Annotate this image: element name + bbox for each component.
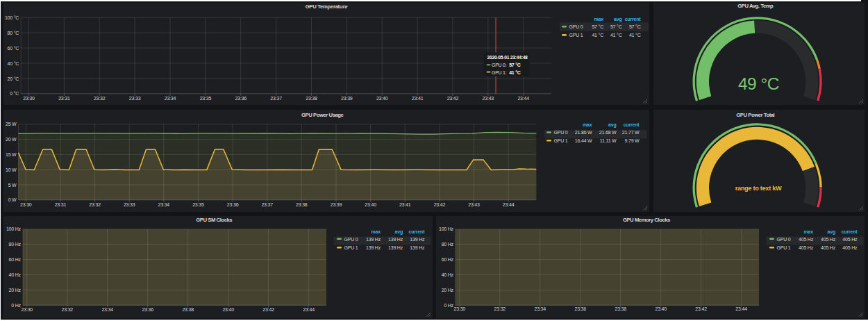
svg-text:23:34: 23:34 — [101, 307, 113, 312]
svg-text:15 W: 15 W — [6, 152, 17, 157]
svg-text:405 Hz: 405 Hz — [799, 245, 814, 250]
svg-text:139 Hz: 139 Hz — [410, 237, 425, 242]
svg-text:80 Hz: 80 Hz — [9, 242, 22, 247]
svg-text:80 °C: 80 °C — [8, 31, 19, 35]
svg-text:21.86 W: 21.86 W — [575, 130, 592, 135]
svg-text:100 Hz: 100 Hz — [439, 227, 454, 231]
svg-text:23:42: 23:42 — [262, 307, 274, 312]
svg-text:23:32: 23:32 — [62, 307, 74, 312]
svg-text:23:40: 23:40 — [656, 306, 667, 311]
svg-text:avg: avg — [608, 122, 616, 128]
svg-text:23:42: 23:42 — [696, 306, 708, 311]
svg-text:40 Hz: 40 Hz — [9, 272, 22, 277]
svg-text:23:30: 23:30 — [454, 306, 466, 311]
svg-text:23:35: 23:35 — [192, 201, 204, 206]
svg-text:GPU 1: GPU 1 — [777, 245, 791, 250]
svg-text:GPU Power Usage: GPU Power Usage — [301, 112, 344, 118]
svg-text:23:40: 23:40 — [222, 307, 234, 312]
svg-text:20 W: 20 W — [6, 137, 17, 142]
svg-text:23:38: 23:38 — [182, 307, 194, 312]
svg-text:avg: avg — [395, 229, 403, 235]
svg-text:GPU 0: GPU 0 — [554, 130, 568, 135]
svg-text:9.79 W: 9.79 W — [625, 138, 640, 143]
svg-text:23:34: 23:34 — [535, 306, 546, 311]
svg-text:23:34: 23:34 — [158, 201, 170, 206]
svg-text:405 Hz: 405 Hz — [843, 245, 858, 250]
svg-text:max: max — [583, 122, 592, 127]
svg-text:2020-05-01 23:44:48: 2020-05-01 23:44:48 — [487, 55, 528, 60]
svg-text:405 Hz: 405 Hz — [821, 245, 836, 250]
svg-text:23:36: 23:36 — [142, 307, 153, 312]
svg-text:23:33: 23:33 — [129, 96, 141, 101]
svg-text:139 Hz: 139 Hz — [410, 245, 425, 250]
svg-text:current: current — [624, 122, 640, 127]
svg-text:20 Hz: 20 Hz — [442, 288, 454, 293]
svg-text:57 °C: 57 °C — [610, 24, 622, 29]
svg-text:current: current — [842, 229, 858, 234]
svg-text:avg: avg — [828, 229, 835, 235]
svg-text:GPU Memory Clocks: GPU Memory Clocks — [623, 217, 670, 223]
svg-text:max: max — [594, 17, 604, 22]
svg-text:max: max — [804, 229, 814, 234]
svg-text:20 °C: 20 °C — [8, 76, 19, 81]
svg-text:20 Hz: 20 Hz — [9, 288, 22, 293]
svg-text:23:41: 23:41 — [412, 96, 424, 101]
svg-text:23:37: 23:37 — [261, 201, 273, 206]
svg-text:23:44: 23:44 — [303, 307, 315, 312]
svg-text:139 Hz: 139 Hz — [366, 245, 381, 250]
svg-text:23:30: 23:30 — [22, 307, 33, 312]
svg-text:23:38: 23:38 — [615, 306, 627, 311]
svg-text:40 Hz: 40 Hz — [442, 272, 454, 277]
svg-text:23:34: 23:34 — [165, 96, 176, 101]
svg-text:0 °C: 0 °C — [10, 91, 19, 96]
svg-text:21.77 W: 21.77 W — [622, 130, 640, 135]
svg-text:23:43: 23:43 — [468, 201, 480, 206]
svg-text:139 Hz: 139 Hz — [388, 237, 403, 242]
svg-text:GPU Temperature: GPU Temperature — [306, 3, 348, 10]
svg-text:GPU SM Clocks: GPU SM Clocks — [196, 217, 232, 223]
svg-text:23:30: 23:30 — [23, 96, 35, 101]
svg-text:GPU 0: GPU 0 — [344, 237, 358, 242]
svg-text:57 °C: 57 °C — [629, 24, 641, 29]
svg-text:80 Hz: 80 Hz — [442, 242, 454, 247]
svg-text:100 Hz: 100 Hz — [6, 227, 22, 231]
svg-text:23:32: 23:32 — [494, 306, 506, 311]
svg-text:GPU 1: GPU 1 — [554, 138, 568, 143]
svg-text:23:39: 23:39 — [341, 96, 353, 101]
svg-text:23:38: 23:38 — [306, 96, 317, 101]
svg-text:23:40: 23:40 — [376, 96, 388, 101]
svg-text:GPU Power Total: GPU Power Total — [736, 112, 774, 118]
svg-text:23:42: 23:42 — [447, 96, 459, 101]
svg-text:405 Hz: 405 Hz — [821, 237, 836, 242]
svg-text:57 °C: 57 °C — [509, 63, 521, 67]
svg-text:23:32: 23:32 — [89, 201, 101, 206]
svg-text:49 °C: 49 °C — [737, 74, 778, 93]
svg-text:0 Hz: 0 Hz — [444, 303, 454, 308]
svg-text:41 °C: 41 °C — [509, 70, 521, 75]
svg-text:25 W: 25 W — [6, 122, 17, 126]
svg-text:23:36: 23:36 — [227, 201, 239, 206]
svg-text:41 °C: 41 °C — [629, 33, 641, 38]
svg-text:23:31: 23:31 — [58, 96, 70, 101]
svg-text:23:44: 23:44 — [503, 201, 515, 206]
svg-text:60 Hz: 60 Hz — [9, 257, 22, 262]
svg-text:23:36: 23:36 — [235, 96, 247, 101]
svg-text:GPU 1: GPU 1 — [344, 245, 358, 250]
svg-text:range to text kW: range to text kW — [735, 185, 781, 192]
svg-text:0 Hz: 0 Hz — [11, 303, 21, 308]
svg-text:max: max — [372, 229, 381, 234]
svg-text:100 °C: 100 °C — [5, 15, 19, 20]
svg-text:GPU 0: GPU 0 — [777, 237, 791, 242]
svg-text:41 °C: 41 °C — [592, 33, 603, 38]
svg-text:41 °C: 41 °C — [610, 33, 622, 38]
svg-text:23:38: 23:38 — [296, 201, 308, 206]
svg-text:23:30: 23:30 — [20, 201, 32, 206]
svg-text:16.44 W: 16.44 W — [575, 138, 592, 143]
svg-text:23:31: 23:31 — [55, 201, 67, 206]
svg-text:40 °C: 40 °C — [8, 61, 19, 66]
svg-text:avg: avg — [614, 17, 621, 22]
svg-text:23:42: 23:42 — [434, 201, 446, 206]
svg-text:57 °C: 57 °C — [592, 24, 603, 29]
svg-text:GPU 0:: GPU 0: — [492, 63, 507, 67]
svg-text:139 Hz: 139 Hz — [366, 237, 381, 242]
